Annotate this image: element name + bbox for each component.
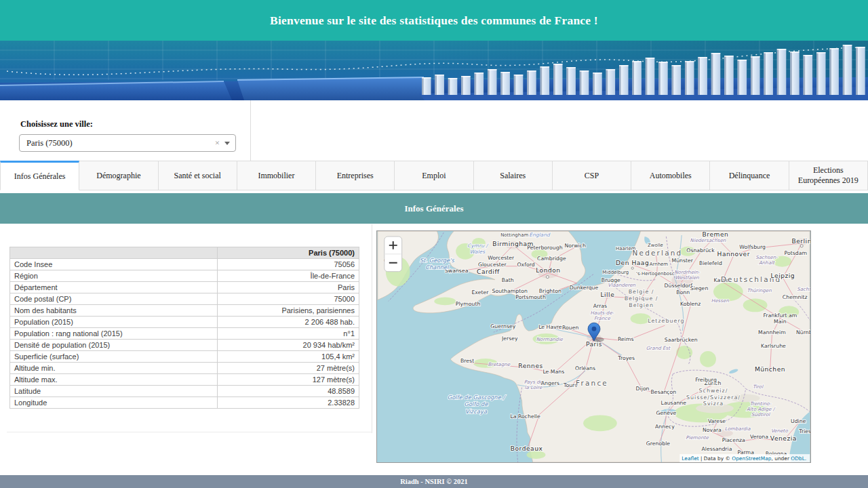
hero-bar: [448, 78, 458, 79]
map-label: Cymru /: [467, 243, 488, 249]
row-value: Parisiens, parisiennes: [218, 305, 359, 317]
map-label: Siegen: [690, 285, 709, 291]
tab-immobilier[interactable]: Immobilier: [237, 161, 316, 190]
hero-bar: [764, 52, 773, 54]
row-label: Code Insee: [10, 259, 218, 270]
city-select[interactable]: Paris (75000) ×: [19, 134, 236, 152]
map-label: Brighton: [539, 288, 561, 294]
hero-slab-mid: [237, 77, 434, 100]
map-label: Rennes: [518, 363, 542, 369]
map-label: Golfe de Gascogne /: [448, 394, 507, 401]
table-row: Code postal (CP)75000: [10, 293, 359, 305]
map-label: la Loire: [525, 384, 543, 390]
chevron-down-icon[interactable]: [224, 142, 230, 145]
svg-text:Leaflet | Data by © OpenStreet: Leaflet | Data by © OpenStreetMap, under…: [682, 455, 806, 462]
map-label: Arnhem: [650, 262, 669, 267]
hero-bar: [500, 72, 510, 73]
table-header-row: Paris (75000): [10, 247, 359, 259]
map-label: Bonn: [676, 289, 690, 296]
leaflet-link[interactable]: Leaflet: [682, 455, 698, 462]
hero-bar: [593, 73, 595, 95]
leaflet-map[interactable]: CorkNottinghamEnglandBirminghamPeterboro…: [376, 230, 811, 463]
hero-bar: [435, 75, 437, 95]
odbl-link[interactable]: ODbL.: [791, 455, 806, 462]
table-row: Densité de population (2015)20 934 hab/k…: [10, 340, 359, 351]
table-row: Population : rang national (2015)n°1: [10, 328, 359, 340]
map-label: Golfo de: [465, 401, 489, 407]
hero-bar: [540, 66, 550, 68]
map-label: Gloucester: [478, 262, 507, 268]
map-label: Schweiz/: [699, 388, 728, 394]
map-label: Wolfsburg: [739, 244, 766, 250]
hero-bar: [527, 70, 536, 72]
map-label: Nederland: [633, 249, 683, 257]
table-row: Altitude min.27 mètre(s): [10, 363, 359, 374]
tab-entreprises[interactable]: Entreprises: [316, 161, 395, 190]
hero-bar: [646, 58, 648, 95]
table-row: Altitude max.127 mètre(s): [10, 374, 359, 386]
map-label: Westfalen: [675, 274, 700, 281]
map-label: Bielefeld: [699, 260, 722, 266]
map-label: München: [755, 366, 785, 373]
hero-bar: [816, 52, 826, 54]
map-attribution: Leaflet | Data by © OpenStreetMap, under…: [679, 454, 810, 462]
tab-emploi[interactable]: Emploi: [395, 161, 473, 190]
map-label: Guernsey: [490, 323, 515, 329]
hero-bar: [422, 77, 424, 95]
map-label: Mannheim: [758, 329, 786, 336]
map-label: Bretagne: [488, 361, 510, 367]
map-label: Novara: [703, 427, 722, 433]
row-value: 27 mètre(s): [218, 363, 359, 374]
hero-bar: [514, 75, 516, 95]
map-label: Trieste: [798, 428, 810, 434]
tab-automobiles[interactable]: Automobiles: [631, 161, 710, 190]
map-label: Exeter: [471, 289, 489, 296]
hero-bar: [632, 61, 634, 95]
hero-bar: [488, 69, 497, 70]
map-label: Belgie /: [629, 289, 654, 295]
tab-elections-europeennes-2019[interactable]: Elections Européennes 2019: [789, 161, 868, 190]
tab-salaires[interactable]: Salaires: [474, 161, 553, 190]
hero-chart-illustration: [0, 41, 868, 100]
row-label: Longitude: [10, 397, 218, 409]
map-label: Cambridge: [537, 256, 566, 262]
openstreetmap-link[interactable]: OpenStreetMap: [732, 455, 771, 462]
map-label: Bordeaux: [511, 445, 543, 452]
map-label: Middelburg: [602, 270, 629, 275]
map-label: Dunkerque: [570, 285, 599, 291]
map-label: Belgien: [629, 302, 654, 308]
hero-bar: [843, 45, 852, 46]
map-label: Annecy: [655, 424, 675, 430]
tab-csp[interactable]: CSP: [553, 161, 631, 190]
page-title: Bienvenue sur le site des statistiques d…: [270, 14, 598, 28]
hero-bar: [658, 62, 660, 95]
hero-bar: [711, 53, 713, 95]
map-label: Channel: [425, 264, 450, 270]
hero-bar: [777, 49, 787, 50]
row-value: Île-de-France: [218, 270, 359, 282]
map-label: Le Mans: [542, 369, 564, 375]
hero-bar: [829, 48, 831, 95]
map-label: St. George's: [420, 257, 455, 264]
map-label: Portsmouth: [515, 294, 546, 300]
map-label: Nürnberg: [796, 329, 810, 336]
map-label: Belgique /: [625, 296, 658, 302]
left-panel-bottom-border: [7, 432, 372, 432]
map-label: Vizcaya: [465, 408, 488, 415]
tab-demographie[interactable]: Démographie: [79, 161, 158, 190]
content-area: Paris (75000) Code Insee75056 RégionÎle-…: [0, 224, 868, 475]
clear-selection-icon[interactable]: ×: [210, 138, 224, 148]
hero-bar: [475, 73, 484, 74]
tab-sante-et-social[interactable]: Santé et social: [159, 161, 237, 190]
hero-bar: [672, 65, 674, 95]
hero-bar: [422, 77, 431, 79]
map-label: Potsdam: [785, 250, 807, 256]
tab-delinquance[interactable]: Délinquance: [710, 161, 789, 190]
map-label: Berlin: [791, 238, 810, 245]
hero-bar: [698, 57, 707, 58]
hero-bar: [553, 64, 555, 95]
hero-bar: [738, 60, 747, 61]
tab-infos-generales[interactable]: Infos Générales: [0, 161, 79, 190]
hero-bar: [804, 55, 813, 56]
map-label: Dijon: [636, 386, 650, 392]
